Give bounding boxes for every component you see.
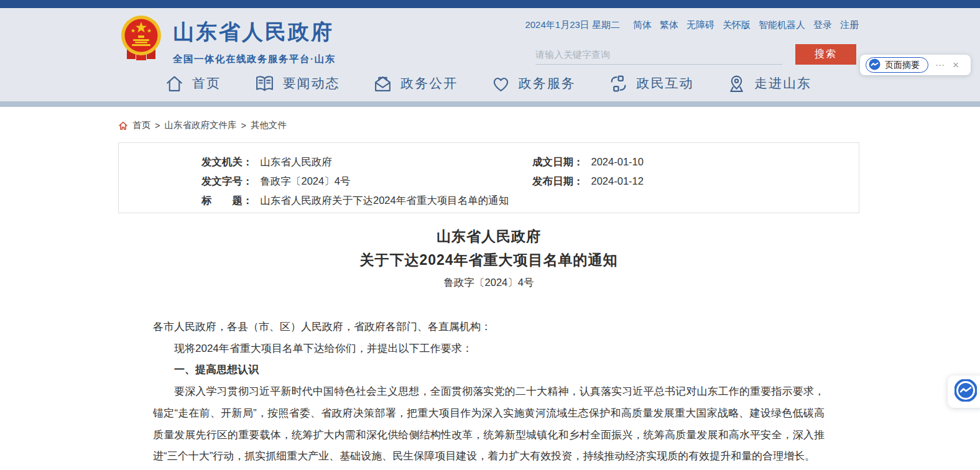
meta-value: 2024-01-10 — [591, 156, 644, 167]
document-title-line1: 山东省人民政府 — [118, 224, 859, 248]
section-heading-1: 一、提高思想认识 — [153, 359, 825, 381]
breadcrumb-item-library[interactable]: 山东省政府文件库 — [164, 119, 236, 131]
services-icon — [491, 74, 511, 93]
search-input[interactable] — [535, 45, 782, 65]
section-heading-2: 二、健全工作机制 — [153, 468, 825, 470]
site-brand[interactable]: 山东省人民政府 全国一体化在线政务服务平台·山东 — [119, 13, 336, 66]
nav-item-about[interactable]: 走进山东 — [727, 74, 811, 93]
meta-written-date: 成文日期：2024-01-10 — [532, 152, 644, 172]
page: 山东省人民政府 全国一体化在线政务服务平台·山东 2024年1月23日 星期二 … — [0, 0, 980, 470]
breadcrumb-item-home[interactable]: 首页 — [132, 119, 150, 131]
brand-text: 山东省人民政府 全国一体化在线政务服务平台·山东 — [173, 13, 336, 66]
link-traditional[interactable]: 繁体 — [660, 19, 678, 31]
breadcrumb: 首页 > 山东省政府文件库 > 其他文件 — [118, 119, 859, 131]
meta-issuing-agency: 发文机关：山东省人民政府 — [201, 152, 509, 172]
close-icon[interactable]: × — [953, 59, 959, 71]
page-summary-card: 页面摘要 ⋯ × — [860, 55, 971, 75]
map-pin-icon — [727, 74, 746, 93]
site-title: 山东省人民政府 — [173, 18, 336, 47]
assistant-icon — [955, 379, 977, 404]
nav-item-news[interactable]: 要闻动态 — [254, 74, 340, 93]
nav-label: 首页 — [192, 75, 221, 92]
paragraph-intro: 现将2024年省重大项目名单下达给你们，并提出以下工作要求： — [153, 338, 825, 360]
disclosure-icon — [373, 74, 392, 93]
nav-item-home[interactable]: 首页 — [165, 74, 221, 93]
document-number: 鲁政字〔2024〕4号 — [118, 274, 859, 290]
meta-label: 标 题： — [201, 195, 253, 206]
meta-value: 山东省人民政府关于下达2024年省重大项目名单的通知 — [261, 195, 509, 206]
breadcrumb-home-icon[interactable] — [118, 121, 128, 131]
nav-item-interaction[interactable]: 政民互动 — [609, 74, 693, 93]
current-date: 2024年1月23日 星期二 — [525, 19, 620, 31]
meta-title: 标 题：山东省人民政府关于下达2024年省重大项目名单的通知 — [201, 191, 509, 210]
meta-value: 2024-01-12 — [591, 175, 644, 187]
link-accessibility[interactable]: 无障碍 — [686, 19, 714, 31]
meta-publish-date: 发布日期：2024-01-12 — [532, 172, 644, 191]
meta-value: 山东省人民政府 — [261, 156, 333, 167]
meta-label: 成文日期： — [532, 156, 584, 167]
interaction-icon — [609, 74, 628, 93]
nav-item-services[interactable]: 政务服务 — [491, 74, 576, 93]
link-smart-robot[interactable]: 智能机器人 — [759, 19, 805, 31]
nav-label: 要闻动态 — [283, 75, 340, 92]
breadcrumb-item-other-docs[interactable]: 其他文件 — [251, 119, 287, 131]
document-title: 山东省人民政府 关于下达2024年省重大项目名单的通知 — [118, 224, 859, 272]
meta-value: 鲁政字〔2024〕4号 — [261, 175, 351, 187]
link-register[interactable]: 注册 — [840, 19, 859, 31]
nav-label: 走进山东 — [754, 75, 811, 92]
national-emblem-logo — [119, 13, 163, 63]
utility-links: 2024年1月23日 星期二 简体 繁体 无障碍 关怀版 智能机器人 登录 注册 — [535, 19, 859, 31]
document-body: 各市人民政府，各县（市、区）人民政府，省政府各部门、各直属机构： 现将2024年… — [118, 316, 859, 470]
search-button[interactable]: 搜索 — [795, 44, 856, 65]
link-care-version[interactable]: 关怀版 — [723, 19, 751, 31]
document-title-line2: 关于下达2024年省重大项目名单的通知 — [118, 248, 859, 272]
document-meta-box: 发文机关：山东省人民政府 发文字号：鲁政字〔2024〕4号 标 题：山东省人民政… — [118, 142, 859, 213]
nav-item-disclosure[interactable]: 政务公开 — [373, 74, 458, 93]
breadcrumb-separator: > — [155, 121, 160, 131]
nav-bottom-strip — [0, 101, 980, 107]
header-right: 2024年1月23日 星期二 简体 繁体 无障碍 关怀版 智能机器人 登录 注册… — [535, 19, 859, 65]
link-simplified[interactable]: 简体 — [633, 19, 652, 31]
home-icon — [165, 74, 184, 93]
top-bar — [0, 0, 980, 8]
nav-label: 政务公开 — [400, 75, 458, 92]
main-nav: 首页 要闻动态 政务公开 — [165, 67, 811, 99]
breadcrumb-separator: > — [241, 121, 246, 131]
site-header: 山东省人民政府 全国一体化在线政务服务平台·山东 2024年1月23日 星期二 … — [0, 8, 980, 101]
meta-left-column: 发文机关：山东省人民政府 发文字号：鲁政字〔2024〕4号 标 题：山东省人民政… — [201, 152, 509, 210]
more-options-icon[interactable]: ⋯ — [935, 60, 945, 71]
news-icon — [254, 74, 275, 93]
assistant-floating-widget[interactable] — [948, 376, 980, 408]
site-subtitle: 全国一体化在线政务服务平台·山东 — [173, 53, 336, 66]
meta-label: 发文机关： — [201, 156, 253, 167]
nav-label: 政务服务 — [519, 75, 576, 92]
meta-label: 发布日期： — [532, 175, 584, 187]
search-bar: 搜索 — [535, 44, 859, 65]
page-summary-icon — [869, 58, 881, 72]
page-summary-label: 页面摘要 — [885, 60, 920, 71]
meta-doc-number: 发文字号：鲁政字〔2024〕4号 — [201, 172, 509, 191]
nav-label: 政民互动 — [636, 75, 693, 92]
page-summary-button[interactable]: 页面摘要 — [866, 57, 928, 73]
paragraph-salutation: 各市人民政府，各县（市、区）人民政府，省政府各部门、各直属机构： — [153, 316, 825, 338]
meta-label: 发文字号： — [201, 175, 253, 187]
paragraph-section-1: 要深入学习贯彻习近平新时代中国特色社会主义思想，全面贯彻落实党的二十大精神，认真… — [153, 381, 825, 468]
link-login[interactable]: 登录 — [813, 19, 832, 31]
meta-right-column: 成文日期：2024-01-10 发布日期：2024-01-12 — [532, 152, 644, 191]
content-area: 首页 > 山东省政府文件库 > 其他文件 发文机关：山东省人民政府 发文字号：鲁… — [118, 119, 859, 470]
